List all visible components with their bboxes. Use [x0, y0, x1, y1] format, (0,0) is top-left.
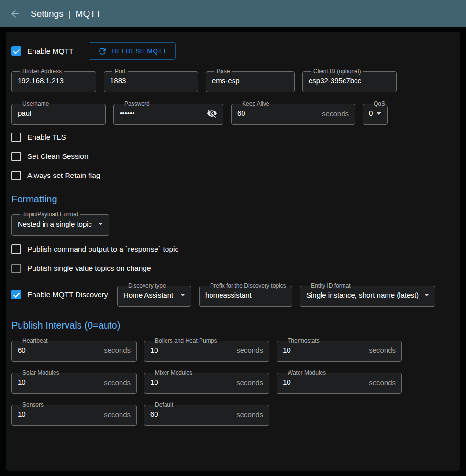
intervals-row-1: Heartbeat 60seconds Boilers and Heat Pum… [11, 338, 455, 362]
field-content: 192.168.1.213 [18, 76, 90, 86]
retain-flag-row[interactable]: Always set Retain flag [11, 171, 455, 180]
topic-format-row: Topic/Payload Format Nested in a single … [11, 211, 455, 235]
discovery-row: Enable MQTT Discovery Discovery type Hom… [11, 283, 455, 307]
port-field[interactable]: Port 1883 [104, 68, 198, 92]
topic-format-value[interactable]: Nested in a single topic [18, 219, 92, 230]
mixer-value[interactable]: 10 [150, 377, 158, 387]
password-field[interactable]: Password •••••• [113, 101, 223, 125]
unit-suffix: seconds [100, 346, 131, 354]
sensors-value[interactable]: 10 [18, 409, 26, 420]
field-content: 10seconds [18, 409, 131, 420]
toggle-password-visibility-button[interactable] [207, 108, 217, 119]
back-button[interactable] [10, 8, 21, 20]
client-id-field[interactable]: Client ID (optional) esp32-395c7bcc [302, 68, 397, 92]
keep-alive-value[interactable]: 60 [237, 108, 245, 119]
clean-session-row[interactable]: Set Clean Session [11, 152, 455, 161]
publish-response-row[interactable]: Publish command output to a `response` t… [11, 244, 455, 254]
clean-session-checkbox[interactable] [11, 152, 21, 161]
refresh-mqtt-button[interactable]: REFRESH MQTT [89, 42, 176, 60]
field-content: Single instance, short name (latest) [306, 290, 429, 300]
arrow-drop-down-icon [377, 112, 381, 115]
retain-flag-checkbox[interactable] [11, 171, 21, 180]
unit-suffix: seconds [365, 346, 396, 354]
unit-suffix: seconds [233, 346, 263, 354]
enable-mqtt-row[interactable]: Enable MQTT [11, 46, 73, 56]
discovery-prefix-field[interactable]: Prefix for the Discovery topics homeassi… [199, 283, 292, 307]
boilers-interval-field[interactable]: Boilers and Heat Pumps 10seconds [144, 338, 269, 362]
mqtt-settings-panel: Enable MQTT REFRESH MQTT Broker Address … [6, 32, 460, 471]
username-value[interactable]: paul [18, 108, 31, 119]
unit-suffix: seconds [100, 378, 131, 387]
heartbeat-interval-field[interactable]: Heartbeat 60seconds [11, 338, 137, 362]
app-bar: Settings | MQTT [0, 0, 466, 27]
enable-discovery-checkbox[interactable] [11, 290, 21, 299]
default-interval-field[interactable]: Default 60seconds [144, 402, 269, 426]
option-checkboxes: Enable TLS Set Clean Session Always set … [11, 133, 455, 180]
discovery-type-select[interactable]: Discovery type Home Assistant [117, 283, 191, 307]
field-content: 60 seconds [237, 108, 349, 119]
solar-value[interactable]: 10 [18, 377, 26, 387]
qos-select[interactable]: QoS 0 [363, 101, 388, 125]
keep-alive-field[interactable]: Keep Alive 60 seconds [231, 101, 355, 125]
publish-single-checkbox[interactable] [11, 264, 21, 273]
default-label: Default [155, 401, 173, 408]
field-content: Nested in a single topic [18, 219, 103, 230]
clean-session-label: Set Clean Session [27, 152, 89, 161]
sensors-interval-field[interactable]: Sensors 10seconds [11, 402, 137, 426]
thermostats-label: Thermostats [288, 337, 320, 344]
entity-id-format-value[interactable]: Single instance, short name (latest) [306, 290, 419, 300]
water-value[interactable]: 10 [283, 377, 291, 387]
broker-address-label: Broker Address [22, 68, 62, 75]
client-id-label: Client ID (optional) [313, 68, 361, 75]
username-label: Username [22, 100, 49, 107]
enable-discovery-row[interactable]: Enable MQTT Discovery [11, 290, 110, 299]
heartbeat-value[interactable]: 60 [18, 345, 26, 355]
page-title-mqtt: MQTT [76, 9, 101, 19]
discovery-prefix-value[interactable]: homeassistant [205, 290, 252, 300]
boilers-value[interactable]: 10 [150, 345, 158, 355]
unit-suffix: seconds [233, 378, 263, 387]
port-label: Port [115, 68, 125, 75]
field-content: 1883 [110, 76, 192, 86]
breadcrumb-settings[interactable]: Settings [31, 9, 64, 19]
unit-suffix: seconds [233, 410, 263, 419]
retain-flag-label: Always set Retain flag [27, 171, 100, 180]
password-label: Password [124, 100, 150, 107]
water-label: Water Modules [288, 369, 326, 376]
port-value[interactable]: 1883 [110, 76, 126, 86]
enable-tls-checkbox[interactable] [11, 133, 21, 142]
publish-response-checkbox[interactable] [11, 244, 21, 254]
discovery-prefix-label: Prefix for the Discovery topics [210, 282, 286, 289]
entity-id-format-select[interactable]: Entity ID format Single instance, short … [300, 283, 435, 307]
username-field[interactable]: Username paul [11, 101, 106, 125]
broker-address-value[interactable]: 192.168.1.213 [18, 76, 64, 86]
thermostats-interval-field[interactable]: Thermostats 10seconds [277, 338, 402, 362]
page-title: Settings | MQTT [31, 9, 101, 19]
enable-mqtt-checkbox[interactable] [11, 46, 21, 56]
default-value[interactable]: 60 [150, 409, 158, 420]
client-id-value[interactable]: esp32-395c7bcc [309, 76, 361, 86]
field-content: 60seconds [18, 345, 131, 355]
solar-interval-field[interactable]: Solar Modules 10seconds [11, 370, 137, 394]
broker-address-field[interactable]: Broker Address 192.168.1.213 [11, 68, 96, 92]
visibility-off-icon [207, 108, 217, 119]
base-value[interactable]: ems-esp [212, 76, 240, 86]
solar-label: Solar Modules [22, 369, 59, 376]
publish-single-row[interactable]: Publish single value topics on change [11, 264, 455, 273]
field-content: esp32-395c7bcc [309, 76, 390, 86]
keep-alive-unit: seconds [318, 110, 349, 118]
enable-tls-row[interactable]: Enable TLS [11, 133, 455, 142]
formatting-heading: Formatting [11, 194, 455, 205]
intervals-row-2: Solar Modules 10seconds Mixer Modules 10… [11, 370, 455, 394]
arrow-drop-down-icon [180, 294, 185, 296]
qos-value[interactable]: 0 [369, 108, 373, 119]
thermostats-value[interactable]: 10 [283, 345, 291, 355]
enable-tls-label: Enable TLS [27, 133, 66, 142]
base-field[interactable]: Base ems-esp [206, 68, 295, 92]
water-interval-field[interactable]: Water Modules 10seconds [277, 370, 402, 394]
password-value[interactable]: •••••• [120, 108, 135, 119]
mixer-interval-field[interactable]: Mixer Modules 10seconds [144, 370, 269, 394]
discovery-type-value[interactable]: Home Assistant [123, 290, 173, 300]
field-content: •••••• [120, 108, 217, 119]
topic-format-select[interactable]: Topic/Payload Format Nested in a single … [11, 211, 109, 235]
